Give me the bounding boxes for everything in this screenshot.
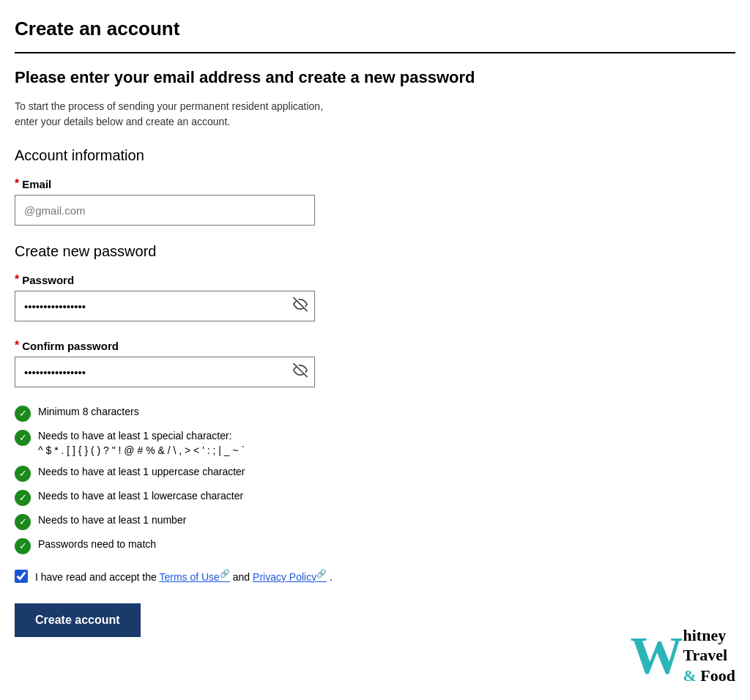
password-field-group: * Password — [15, 273, 735, 321]
email-label: * Email — [15, 177, 735, 190]
account-section-title: Account information — [15, 147, 735, 164]
validation-text: Needs to have at least 1 number — [38, 513, 186, 528]
check-icon: ✓ — [15, 430, 31, 446]
subtitle: Please enter your email address and crea… — [15, 68, 735, 87]
watermark-w: W — [630, 629, 683, 682]
confirm-toggle-button[interactable] — [293, 363, 308, 381]
validation-item: ✓Needs to have at least 1 uppercase char… — [15, 465, 735, 482]
required-star-password: * — [15, 273, 19, 286]
validation-text: Minimum 8 characters — [38, 405, 139, 420]
terms-of-use-link[interactable]: Terms of Use🔗 — [159, 571, 229, 583]
check-icon: ✓ — [15, 466, 31, 482]
watermark: W hitney Travel & Food — [630, 625, 735, 686]
confirm-password-wrapper — [15, 357, 315, 387]
page-container: Create an account Please enter your emai… — [0, 0, 750, 700]
check-icon: ✓ — [15, 538, 31, 554]
validation-text: Needs to have at least 1 special charact… — [38, 429, 245, 458]
required-star-confirm: * — [15, 339, 19, 352]
confirm-password-field-group: * Confirm password — [15, 339, 735, 387]
watermark-text: hitney Travel & Food — [683, 625, 735, 686]
confirm-password-input[interactable] — [15, 357, 315, 387]
page-title: Create an account — [15, 18, 735, 53]
password-toggle-button[interactable] — [293, 297, 308, 316]
validation-list: ✓Minimum 8 characters✓Needs to have at l… — [15, 405, 735, 554]
email-input[interactable] — [15, 195, 315, 226]
validation-item: ✓Needs to have at least 1 lowercase char… — [15, 489, 735, 506]
create-account-button[interactable]: Create account — [15, 603, 141, 637]
external-link-icon-terms: 🔗 — [220, 569, 230, 578]
email-field-group: * Email — [15, 177, 735, 226]
password-label: * Password — [15, 273, 735, 286]
privacy-policy-link[interactable]: Privacy Policy🔗 — [253, 571, 327, 583]
validation-item: ✓Needs to have at least 1 number — [15, 513, 735, 530]
validation-text: Needs to have at least 1 lowercase chara… — [38, 489, 243, 504]
confirm-label: * Confirm password — [15, 339, 735, 352]
password-input[interactable] — [15, 291, 315, 321]
description: To start the process of sending your per… — [15, 99, 735, 130]
password-wrapper — [15, 291, 315, 321]
validation-item: ✓Minimum 8 characters — [15, 405, 735, 422]
terms-row: I have read and accept the Terms of Use🔗… — [15, 569, 735, 583]
terms-text: I have read and accept the Terms of Use🔗… — [35, 569, 333, 583]
validation-item: ✓Needs to have at least 1 special charac… — [15, 429, 735, 458]
check-icon: ✓ — [15, 406, 31, 422]
validation-text: Needs to have at least 1 uppercase chara… — [38, 465, 245, 480]
eye-slash-icon-confirm — [293, 363, 308, 378]
external-link-icon-privacy: 🔗 — [316, 569, 327, 578]
required-star-email: * — [15, 177, 19, 190]
validation-item: ✓Passwords need to match — [15, 537, 735, 554]
check-icon: ✓ — [15, 490, 31, 506]
password-section-title: Create new password — [15, 243, 735, 260]
check-icon: ✓ — [15, 514, 31, 530]
eye-slash-icon — [293, 297, 308, 312]
terms-checkbox[interactable] — [15, 570, 28, 583]
validation-text: Passwords need to match — [38, 537, 156, 552]
